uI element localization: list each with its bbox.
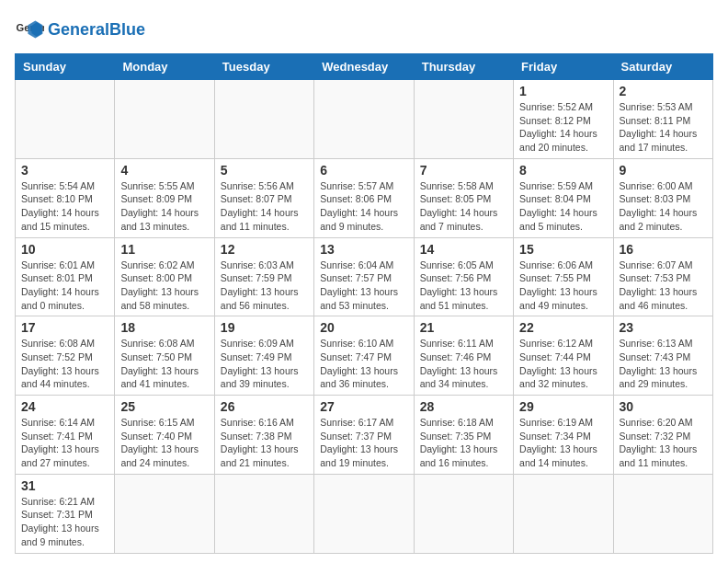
calendar-week-2: 10Sunrise: 6:01 AM Sunset: 8:01 PM Dayli… bbox=[16, 237, 713, 316]
calendar-cell bbox=[514, 474, 613, 553]
calendar-cell: 13Sunrise: 6:04 AM Sunset: 7:57 PM Dayli… bbox=[314, 237, 414, 316]
calendar-cell: 20Sunrise: 6:10 AM Sunset: 7:47 PM Dayli… bbox=[314, 316, 414, 396]
calendar-cell: 7Sunrise: 5:58 AM Sunset: 8:05 PM Daylig… bbox=[414, 158, 513, 237]
calendar-cell: 11Sunrise: 6:02 AM Sunset: 8:00 PM Dayli… bbox=[115, 237, 214, 316]
day-number: 14 bbox=[420, 242, 507, 257]
day-info: Sunrise: 6:11 AM Sunset: 7:46 PM Dayligh… bbox=[420, 337, 507, 391]
day-info: Sunrise: 6:07 AM Sunset: 7:53 PM Dayligh… bbox=[620, 259, 707, 313]
calendar-cell: 19Sunrise: 6:09 AM Sunset: 7:49 PM Dayli… bbox=[214, 316, 313, 396]
logo: General GeneralBlue bbox=[15, 15, 145, 44]
day-number: 2 bbox=[620, 84, 707, 98]
day-number: 24 bbox=[21, 399, 108, 414]
day-info: Sunrise: 6:03 AM Sunset: 7:59 PM Dayligh… bbox=[221, 259, 308, 313]
calendar-cell: 17Sunrise: 6:08 AM Sunset: 7:52 PM Dayli… bbox=[16, 316, 115, 396]
calendar-cell: 31Sunrise: 6:21 AM Sunset: 7:31 PM Dayli… bbox=[16, 474, 115, 553]
day-info: Sunrise: 6:19 AM Sunset: 7:34 PM Dayligh… bbox=[519, 416, 607, 470]
day-header-thursday: Thursday bbox=[414, 54, 513, 80]
day-info: Sunrise: 6:16 AM Sunset: 7:38 PM Dayligh… bbox=[221, 416, 308, 470]
day-number: 13 bbox=[320, 242, 407, 257]
day-number: 21 bbox=[420, 320, 507, 335]
calendar-cell: 29Sunrise: 6:19 AM Sunset: 7:34 PM Dayli… bbox=[514, 396, 613, 475]
day-number: 23 bbox=[620, 320, 707, 335]
day-header-monday: Monday bbox=[115, 54, 214, 80]
day-number: 4 bbox=[120, 163, 208, 178]
calendar-cell: 14Sunrise: 6:05 AM Sunset: 7:56 PM Dayli… bbox=[414, 237, 513, 316]
day-info: Sunrise: 6:20 AM Sunset: 7:32 PM Dayligh… bbox=[620, 416, 707, 470]
day-info: Sunrise: 6:13 AM Sunset: 7:43 PM Dayligh… bbox=[620, 337, 707, 391]
day-info: Sunrise: 6:02 AM Sunset: 8:00 PM Dayligh… bbox=[120, 259, 208, 313]
day-info: Sunrise: 6:14 AM Sunset: 7:41 PM Dayligh… bbox=[21, 416, 108, 470]
calendar-cell: 3Sunrise: 5:54 AM Sunset: 8:10 PM Daylig… bbox=[16, 158, 115, 237]
calendar-cell: 30Sunrise: 6:20 AM Sunset: 7:32 PM Dayli… bbox=[613, 396, 712, 475]
day-number: 10 bbox=[21, 242, 108, 257]
logo-icon: General bbox=[15, 15, 44, 44]
day-info: Sunrise: 6:05 AM Sunset: 7:56 PM Dayligh… bbox=[420, 259, 507, 313]
calendar-cell: 2Sunrise: 5:53 AM Sunset: 8:11 PM Daylig… bbox=[613, 80, 712, 159]
calendar-week-1: 3Sunrise: 5:54 AM Sunset: 8:10 PM Daylig… bbox=[16, 158, 713, 237]
calendar-week-5: 31Sunrise: 6:21 AM Sunset: 7:31 PM Dayli… bbox=[16, 474, 713, 553]
calendar-cell: 5Sunrise: 5:56 AM Sunset: 8:07 PM Daylig… bbox=[214, 158, 313, 237]
day-number: 28 bbox=[420, 399, 507, 414]
day-number: 27 bbox=[320, 399, 407, 414]
day-info: Sunrise: 5:56 AM Sunset: 8:07 PM Dayligh… bbox=[221, 179, 308, 234]
day-number: 5 bbox=[221, 163, 308, 178]
day-number: 18 bbox=[120, 320, 208, 335]
calendar-cell: 1Sunrise: 5:52 AM Sunset: 8:12 PM Daylig… bbox=[514, 80, 613, 159]
day-number: 15 bbox=[519, 242, 607, 257]
day-info: Sunrise: 5:55 AM Sunset: 8:09 PM Dayligh… bbox=[120, 179, 208, 234]
day-number: 22 bbox=[519, 320, 607, 335]
day-number: 25 bbox=[120, 399, 208, 414]
calendar-cell: 28Sunrise: 6:18 AM Sunset: 7:35 PM Dayli… bbox=[414, 396, 513, 475]
day-number: 3 bbox=[21, 163, 108, 178]
calendar-week-4: 24Sunrise: 6:14 AM Sunset: 7:41 PM Dayli… bbox=[16, 396, 713, 475]
calendar-cell: 8Sunrise: 5:59 AM Sunset: 8:04 PM Daylig… bbox=[514, 158, 613, 237]
calendar-cell: 24Sunrise: 6:14 AM Sunset: 7:41 PM Dayli… bbox=[16, 396, 115, 475]
day-number: 20 bbox=[320, 320, 407, 335]
day-number: 26 bbox=[221, 399, 308, 414]
day-info: Sunrise: 6:00 AM Sunset: 8:03 PM Dayligh… bbox=[620, 179, 707, 234]
day-header-wednesday: Wednesday bbox=[314, 54, 414, 80]
calendar-cell: 23Sunrise: 6:13 AM Sunset: 7:43 PM Dayli… bbox=[613, 316, 712, 396]
calendar-cell bbox=[314, 80, 414, 159]
day-info: Sunrise: 5:52 AM Sunset: 8:12 PM Dayligh… bbox=[519, 100, 607, 155]
day-info: Sunrise: 6:12 AM Sunset: 7:44 PM Dayligh… bbox=[519, 337, 607, 391]
day-info: Sunrise: 6:06 AM Sunset: 7:55 PM Dayligh… bbox=[519, 259, 607, 313]
calendar-cell: 18Sunrise: 6:08 AM Sunset: 7:50 PM Dayli… bbox=[115, 316, 214, 396]
day-number: 30 bbox=[620, 399, 707, 414]
day-info: Sunrise: 6:08 AM Sunset: 7:50 PM Dayligh… bbox=[120, 337, 208, 391]
day-info: Sunrise: 5:59 AM Sunset: 8:04 PM Dayligh… bbox=[519, 179, 607, 234]
day-header-tuesday: Tuesday bbox=[214, 54, 313, 80]
calendar-cell bbox=[314, 474, 414, 553]
day-header-saturday: Saturday bbox=[613, 54, 712, 80]
day-info: Sunrise: 6:09 AM Sunset: 7:49 PM Dayligh… bbox=[221, 337, 308, 391]
header: General GeneralBlue bbox=[15, 15, 713, 44]
calendar-cell: 27Sunrise: 6:17 AM Sunset: 7:37 PM Dayli… bbox=[314, 396, 414, 475]
day-header-friday: Friday bbox=[514, 54, 613, 80]
calendar-cell bbox=[214, 474, 313, 553]
calendar-cell: 16Sunrise: 6:07 AM Sunset: 7:53 PM Dayli… bbox=[613, 237, 712, 316]
calendar-cell bbox=[414, 474, 513, 553]
calendar-cell bbox=[214, 80, 313, 159]
calendar-week-0: 1Sunrise: 5:52 AM Sunset: 8:12 PM Daylig… bbox=[16, 80, 713, 159]
day-info: Sunrise: 6:15 AM Sunset: 7:40 PM Dayligh… bbox=[120, 416, 208, 470]
day-info: Sunrise: 5:54 AM Sunset: 8:10 PM Dayligh… bbox=[21, 179, 108, 234]
day-info: Sunrise: 6:04 AM Sunset: 7:57 PM Dayligh… bbox=[320, 259, 407, 313]
day-number: 16 bbox=[620, 242, 707, 257]
day-number: 31 bbox=[21, 478, 108, 493]
day-info: Sunrise: 6:18 AM Sunset: 7:35 PM Dayligh… bbox=[420, 416, 507, 470]
calendar-table: SundayMondayTuesdayWednesdayThursdayFrid… bbox=[15, 53, 713, 554]
calendar-cell: 26Sunrise: 6:16 AM Sunset: 7:38 PM Dayli… bbox=[214, 396, 313, 475]
calendar-cell bbox=[115, 474, 214, 553]
calendar-week-3: 17Sunrise: 6:08 AM Sunset: 7:52 PM Dayli… bbox=[16, 316, 713, 396]
day-number: 12 bbox=[221, 242, 308, 257]
calendar-cell: 15Sunrise: 6:06 AM Sunset: 7:55 PM Dayli… bbox=[514, 237, 613, 316]
day-number: 29 bbox=[519, 399, 607, 414]
day-info: Sunrise: 6:08 AM Sunset: 7:52 PM Dayligh… bbox=[21, 337, 108, 391]
day-info: Sunrise: 6:17 AM Sunset: 7:37 PM Dayligh… bbox=[320, 416, 407, 470]
day-info: Sunrise: 5:57 AM Sunset: 8:06 PM Dayligh… bbox=[320, 179, 407, 234]
calendar-cell: 4Sunrise: 5:55 AM Sunset: 8:09 PM Daylig… bbox=[115, 158, 214, 237]
calendar-cell bbox=[414, 80, 513, 159]
calendar-cell: 25Sunrise: 6:15 AM Sunset: 7:40 PM Dayli… bbox=[115, 396, 214, 475]
day-info: Sunrise: 6:01 AM Sunset: 8:01 PM Dayligh… bbox=[21, 259, 108, 313]
day-number: 11 bbox=[120, 242, 208, 257]
